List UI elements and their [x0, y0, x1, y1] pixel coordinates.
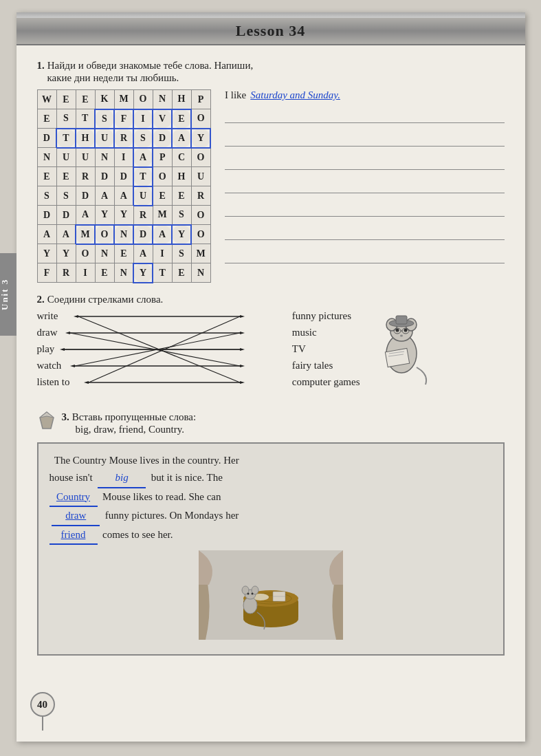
cell-7-4: N	[114, 225, 133, 244]
write-line-3	[225, 153, 505, 170]
cell-2-3: U	[95, 129, 114, 148]
svg-marker-16	[65, 332, 70, 334]
text-line-1: The Country Mouse lives in the country. …	[49, 452, 492, 470]
cell-5-6: E	[153, 186, 172, 206]
cell-4-0: E	[37, 167, 56, 186]
i-like-answer: Saturday and Sunday.	[250, 89, 340, 101]
text-box: The Country Mouse lives in the country. …	[37, 442, 505, 656]
cell-4-7: H	[172, 167, 191, 186]
svg-marker-17	[60, 348, 65, 351]
cell-6-6: M	[153, 206, 172, 225]
mouse-svg	[374, 312, 429, 388]
svg-marker-11	[240, 332, 245, 334]
cell-3-5: A	[133, 148, 153, 167]
svg-marker-10	[240, 315, 245, 318]
write-line-4	[225, 177, 505, 193]
write-line-1	[225, 107, 505, 123]
section-1: 1. Найди и обведи знакомые тебе слова. Н…	[37, 59, 505, 283]
cell-0-0: W	[37, 90, 56, 109]
page: Unit 3 Lesson 34 1. Найди и обведи знако…	[16, 12, 525, 742]
svg-marker-15	[74, 315, 78, 318]
cell-0-2: E	[76, 90, 95, 109]
cell-8-5: A	[133, 244, 153, 263]
cell-4-4: D	[114, 167, 133, 186]
matching-arrows-svg	[37, 308, 367, 401]
cell-1-2: T	[76, 109, 95, 129]
section1-text: Найди и обведи знакомые тебе слова. Напи…	[37, 60, 254, 83]
text-line-5: friend comes to see her.	[49, 526, 492, 546]
svg-point-24	[395, 328, 399, 332]
svg-point-50	[247, 593, 249, 595]
section3-instruction: Вставь пропущенные слова:	[72, 411, 196, 422]
cell-1-8: O	[191, 109, 210, 129]
cell-7-2: M	[76, 225, 95, 244]
svg-point-29	[400, 334, 403, 336]
cell-5-5: U	[133, 186, 153, 206]
cell-5-1: S	[56, 186, 76, 206]
section1-instruction: 1. Найди и обведи знакомые тебе слова. Н…	[37, 59, 505, 84]
svg-point-25	[404, 328, 407, 332]
cell-9-7: E	[172, 263, 191, 283]
write-line-2	[225, 130, 505, 147]
section3-words: big, draw, friend, Country.	[62, 424, 184, 435]
cell-3-4: I	[114, 148, 133, 167]
grid-and-lines: W E E K M O N H P E S	[37, 89, 505, 283]
blank-draw: draw	[52, 507, 100, 526]
svg-point-51	[251, 593, 253, 595]
write-line-5	[225, 200, 505, 217]
section2-number: 2.	[37, 294, 45, 305]
section-2: 2. Соедини стрелками слова. write draw p…	[37, 293, 505, 401]
cell-1-3: S	[95, 109, 114, 129]
header: Lesson 34	[16, 18, 525, 45]
cell-0-6: N	[153, 90, 172, 109]
cell-6-7: S	[172, 206, 191, 225]
cell-9-4: N	[114, 263, 133, 283]
cell-1-7: E	[172, 109, 191, 129]
cell-0-4: M	[114, 90, 133, 109]
cell-8-3: N	[95, 244, 114, 263]
cell-7-3: O	[95, 225, 114, 244]
cell-1-1: S	[56, 109, 76, 129]
cell-2-0: D	[37, 129, 56, 148]
cell-4-2: R	[76, 167, 95, 186]
cell-5-2: D	[76, 186, 95, 206]
cell-3-0: N	[37, 148, 56, 167]
cell-3-6: P	[153, 148, 172, 167]
cell-5-7: E	[172, 186, 191, 206]
cell-3-8: O	[191, 148, 210, 167]
page-number-area: 40	[30, 692, 55, 731]
cell-7-8: O	[191, 225, 210, 244]
cell-0-1: E	[56, 90, 76, 109]
cell-3-1: U	[56, 148, 76, 167]
cell-0-7: H	[172, 90, 191, 109]
svg-marker-18	[70, 365, 75, 367]
text-line-4: draw funny pictures. On Mondays her	[49, 507, 492, 526]
cell-7-5: D	[133, 225, 153, 244]
unit-tab: Unit 3	[0, 253, 16, 336]
gem-icon	[37, 411, 56, 430]
write-line-6	[225, 224, 505, 240]
cell-1-6: V	[153, 109, 172, 129]
cell-8-2: O	[76, 244, 95, 263]
section2-wrapper: write draw play watch listen to funny pi…	[37, 305, 505, 401]
cell-6-8: O	[191, 206, 210, 225]
balloon-string	[42, 717, 43, 731]
cell-8-6: I	[153, 244, 172, 263]
cell-6-1: D	[56, 206, 76, 225]
svg-marker-19	[84, 381, 89, 384]
section1-number: 1.	[37, 60, 45, 71]
cell-3-7: C	[172, 148, 191, 167]
scene-illustration	[199, 550, 343, 640]
section3-header: 3. Вставь пропущенные слова: big, draw, …	[37, 411, 505, 435]
cell-5-3: A	[95, 186, 114, 206]
cell-6-0: D	[37, 206, 56, 225]
cell-7-0: A	[37, 225, 56, 244]
cell-4-3: D	[95, 167, 114, 186]
content: 1. Найди и обведи знакомые тебе слова. Н…	[16, 52, 525, 679]
cell-2-4: R	[114, 129, 133, 148]
cell-2-7: A	[172, 129, 191, 148]
i-like-line: I like Saturday and Sunday.	[225, 89, 505, 101]
cell-8-4: E	[114, 244, 133, 263]
section2-text: Соедини стрелками слова.	[47, 294, 164, 305]
cell-2-1: T	[56, 129, 76, 148]
